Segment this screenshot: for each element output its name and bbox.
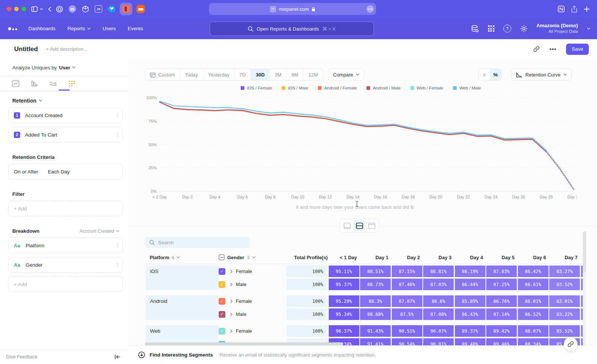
favicon-avatar-icon[interactable]: m bbox=[68, 4, 77, 14]
legend-item[interactable]: iOS / Female bbox=[241, 86, 272, 90]
data-management-icon[interactable] bbox=[471, 25, 479, 33]
apps-grid-icon[interactable] bbox=[488, 25, 494, 32]
retention-value-cell[interactable]: 87.08% bbox=[423, 308, 454, 320]
nav-item-dashboards[interactable]: Dashboards bbox=[28, 26, 56, 31]
save-button[interactable]: Save bbox=[566, 44, 589, 55]
day-column-header[interactable]: Day 7 bbox=[549, 255, 580, 260]
gender-label[interactable]: Female bbox=[236, 298, 252, 304]
gender-label[interactable]: Female bbox=[236, 328, 252, 334]
retention-value-cell[interactable]: 83.22% bbox=[549, 308, 580, 320]
retention-value-cell[interactable]: 96.37% bbox=[329, 325, 359, 337]
report-title[interactable]: Untitled bbox=[14, 46, 38, 53]
day-column-header[interactable]: Day 2 bbox=[392, 255, 422, 260]
layout-table-only-button[interactable] bbox=[366, 220, 377, 231]
range-button-7d[interactable]: 7D bbox=[235, 69, 251, 80]
retention-value-cell[interactable]: 87.5% bbox=[392, 308, 422, 320]
retention-step-1[interactable]: 1 Account Created ●●● bbox=[8, 107, 123, 123]
day-column-header[interactable]: Day 3 bbox=[423, 255, 454, 260]
retention-value-cell[interactable]: 87.03% bbox=[423, 279, 454, 290]
retention-value-cell[interactable]: 90.07% bbox=[423, 325, 454, 337]
retention-value-cell[interactable]: 91.43% bbox=[360, 325, 391, 337]
range-button-custom[interactable]: Custom bbox=[145, 69, 180, 80]
total-column-header[interactable]: Total Profile(s) bbox=[287, 255, 328, 260]
retention-value-cell[interactable]: 89.37% bbox=[455, 325, 485, 337]
retention-value-cell[interactable]: 86.76% bbox=[486, 295, 517, 307]
analyze-value-dropdown[interactable]: User bbox=[59, 65, 75, 70]
browser-sidebar-toggle-icon[interactable] bbox=[31, 6, 38, 12]
day-column-header[interactable]: Day 5 bbox=[486, 255, 517, 260]
favicon-target-icon[interactable] bbox=[54, 4, 64, 14]
kebab-menu-icon[interactable]: ●●● bbox=[117, 113, 118, 117]
day-column-header[interactable]: Day 1 bbox=[360, 255, 391, 260]
retention-value-cell[interactable]: 88.51% bbox=[360, 266, 391, 277]
expand-row-icon[interactable] bbox=[230, 283, 232, 286]
retention-value-cell[interactable]: 89.42% bbox=[486, 325, 517, 337]
tab-line-chart[interactable] bbox=[10, 77, 21, 90]
address-bar[interactable]: •• mixpanel.com ••• bbox=[209, 3, 376, 15]
platform-column-header[interactable]: Platform 4 bbox=[146, 255, 219, 260]
retention-value-cell[interactable]: 88.34% bbox=[518, 338, 548, 346]
retention-step-2[interactable]: 2 Added To Cart ●●● bbox=[8, 127, 123, 142]
mixpanel-logo[interactable] bbox=[8, 27, 17, 30]
retention-section-title[interactable]: Retention bbox=[0, 91, 128, 107]
retention-value-cell[interactable]: 86.44% bbox=[455, 279, 485, 290]
legend-item[interactable]: Android / Female bbox=[318, 86, 357, 90]
retention-value-cell[interactable]: 86.42% bbox=[518, 266, 548, 277]
retention-value-cell[interactable]: 86.61% bbox=[518, 279, 548, 290]
retention-line-chart[interactable]: 100%75%50%25%0%< 1 DayDay 2Day 4Day 6Day… bbox=[145, 94, 577, 202]
expand-row-icon[interactable] bbox=[230, 313, 232, 316]
kebab-menu-icon[interactable]: ●●● bbox=[117, 243, 118, 248]
vertical-scrollbar[interactable] bbox=[583, 231, 586, 346]
series-checkbox[interactable]: ✓ bbox=[219, 311, 225, 318]
retention-value-cell[interactable]: 95.11% bbox=[329, 266, 359, 277]
retention-value-cell[interactable]: 85.89% bbox=[455, 295, 485, 307]
compare-button[interactable]: Compare bbox=[328, 69, 364, 81]
add-description-button[interactable]: + Add description... bbox=[46, 46, 87, 52]
range-button-30d[interactable]: 30D bbox=[251, 69, 270, 80]
notion-icon[interactable] bbox=[558, 6, 565, 12]
back-icon[interactable] bbox=[48, 7, 51, 12]
retention-value-cell[interactable]: 83.52% bbox=[549, 279, 580, 290]
gender-label[interactable]: Male bbox=[236, 311, 246, 317]
series-checkbox[interactable]: ✓ bbox=[219, 268, 225, 275]
copy-link-icon[interactable] bbox=[533, 46, 540, 52]
settings-gear-icon[interactable] bbox=[520, 25, 528, 32]
retention-value-cell[interactable]: 83.01% bbox=[549, 295, 580, 307]
criteria-interval[interactable]: Each Day bbox=[48, 169, 70, 175]
nav-item-events[interactable]: Events bbox=[128, 26, 143, 31]
breakdown-item-gender[interactable]: Aa Gender ●●● bbox=[8, 257, 123, 273]
add-filter-button[interactable]: + Add bbox=[8, 201, 123, 216]
legend-item[interactable]: iOS / Male bbox=[282, 86, 308, 90]
range-button-today[interactable]: Today bbox=[180, 69, 203, 80]
retention-criteria-selector[interactable]: On or After Each Day bbox=[8, 164, 123, 179]
favicon-bluebird-icon[interactable] bbox=[107, 4, 116, 14]
breakdown-scope-dropdown[interactable]: Account Created bbox=[79, 229, 119, 234]
breakdown-item-platform[interactable]: Aa Platform ●●● bbox=[8, 238, 123, 253]
retention-value-cell[interactable]: 95.29% bbox=[329, 295, 359, 307]
retention-value-cell[interactable]: 86.01% bbox=[518, 295, 548, 307]
favicon-soundcloud-icon[interactable] bbox=[136, 4, 146, 14]
range-button-6m[interactable]: 6M bbox=[287, 69, 303, 80]
add-breakdown-button[interactable]: + Add bbox=[8, 276, 123, 292]
retention-value-cell[interactable]: 90.54% bbox=[392, 338, 422, 346]
expand-row-icon[interactable] bbox=[230, 299, 232, 303]
retention-value-cell[interactable]: 89.46% bbox=[486, 338, 517, 346]
retention-value-cell[interactable]: 88.07% bbox=[518, 325, 548, 337]
retention-value-cell[interactable]: 87.25% bbox=[486, 279, 517, 290]
layout-chart-only-button[interactable] bbox=[341, 220, 353, 231]
layout-split-button[interactable] bbox=[354, 220, 365, 231]
new-tab-icon[interactable] bbox=[584, 6, 590, 12]
series-checkbox[interactable]: ✓ bbox=[219, 328, 225, 335]
share-link-fab[interactable] bbox=[564, 337, 578, 351]
day-column-header[interactable]: Day 4 bbox=[455, 255, 485, 260]
retention-value-cell[interactable]: 87.14% bbox=[486, 308, 517, 320]
table-search-input[interactable]: Search bbox=[145, 237, 250, 248]
day-column-header[interactable]: Day 6 bbox=[518, 255, 548, 260]
expand-row-icon[interactable] bbox=[230, 270, 232, 273]
more-options-icon[interactable]: ••• bbox=[549, 46, 556, 52]
give-feedback-link[interactable]: Give Feedback bbox=[6, 354, 37, 360]
retention-value-cell[interactable]: 87.03% bbox=[486, 266, 517, 277]
absolute-mode-button[interactable]: # bbox=[479, 69, 490, 80]
retention-value-cell[interactable]: 86.43% bbox=[455, 308, 485, 320]
find-segments-link[interactable]: Find Interesting Segments bbox=[150, 352, 213, 358]
